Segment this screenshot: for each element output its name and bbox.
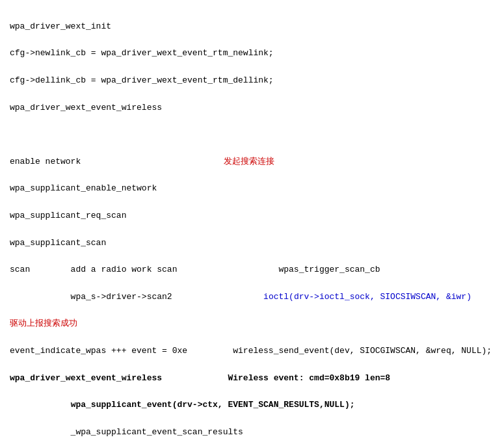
line-scan-label: scan add a radio work scan wpas_trigger_… bbox=[10, 265, 380, 274]
line-wext-init: wpa_driver_wext_init bbox=[10, 21, 111, 31]
line-enable-network-fn: wpa_supplicant_enable_network bbox=[10, 183, 157, 193]
line-supplicant-event: wpa_supplicant_event(drv->ctx, EVENT_SCA… bbox=[10, 400, 355, 410]
line-scan2: wpa_s->driver->scan2 ioctl(drv->ioctl_so… bbox=[10, 292, 471, 302]
line-event-wireless1: wpa_driver_wext_event_wireless bbox=[10, 103, 162, 112]
code-container: wpa_driver_wext_init cfg->newlink_cb = w… bbox=[10, 7, 494, 446]
line-event-scan-results: _wpa_supplicant_event_scan_results bbox=[10, 427, 243, 437]
line-enable-network: enable network bbox=[10, 157, 81, 166]
line-scan: wpa_supplicant_scan bbox=[10, 238, 106, 248]
annotation-driver-scan: 驱动上报搜索成功 bbox=[10, 319, 77, 328]
line-wext-wireless: wpa_driver_wext_event_wireless Wireless … bbox=[10, 373, 390, 383]
annotation-search-start: 发起搜索连接 bbox=[224, 157, 274, 166]
line-event-indicate: event_indicate_wpas +++ event = 0xe wire… bbox=[10, 346, 492, 356]
line-newlink: cfg->newlink_cb = wpa_driver_wext_event_… bbox=[10, 48, 274, 58]
line-req-scan: wpa_supplicant_req_scan bbox=[10, 211, 126, 220]
line-dellink: cfg->dellink_cb = wpa_driver_wext_event_… bbox=[10, 75, 274, 85]
